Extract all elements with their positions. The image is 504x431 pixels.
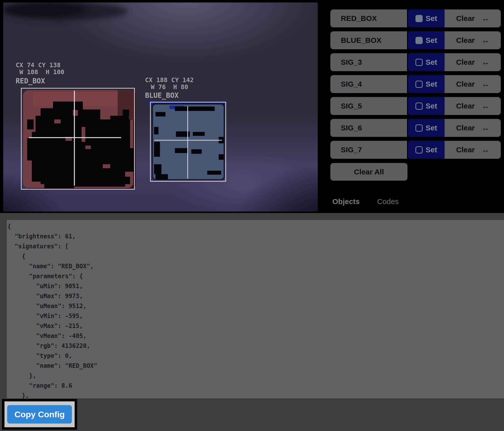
signature-name-button[interactable]: SIG_4	[330, 75, 407, 93]
copy-config-button[interactable]: Copy Config	[7, 405, 72, 424]
set-button[interactable]: Set	[408, 141, 445, 159]
checkbox-icon	[415, 146, 423, 154]
bottom-section: { "brightness": 61, "signatures": [ { "n…	[0, 213, 504, 431]
camera-view: CX 74 CY 138 W 108 H 100 RED_BOX CX 188 …	[3, 2, 318, 212]
swap-arrow-icon: ↔	[482, 58, 489, 66]
clear-button[interactable]: Clear↔	[445, 141, 501, 159]
red-box-stats-line1: CX 74 CY 138	[16, 62, 61, 68]
clear-label: Clear	[456, 146, 475, 154]
set-label: Set	[426, 80, 437, 88]
signature-row: SIG_6 Set Clear↔	[330, 119, 501, 137]
clear-label: Clear	[456, 102, 475, 110]
checkbox-icon	[415, 103, 423, 110]
tab-objects[interactable]: Objects	[331, 197, 361, 206]
checkbox-icon	[415, 59, 423, 66]
signature-row: SIG_7 Set Clear↔	[330, 141, 501, 159]
clear-button[interactable]: Clear↔	[445, 75, 501, 93]
swap-arrow-icon: ↔	[482, 80, 489, 88]
red-box-stats-line2: W 108 H 100	[16, 69, 64, 75]
checkbox-icon	[415, 124, 423, 132]
set-label: Set	[426, 146, 437, 154]
set-button[interactable]: Set	[408, 31, 445, 49]
clear-button[interactable]: Clear↔	[445, 31, 501, 49]
signature-row: SIG_3 Set Clear↔	[330, 53, 501, 71]
app-root: CX 74 CY 138 W 108 H 100 RED_BOX CX 188 …	[0, 0, 504, 431]
signature-row: RED_BOX Set Clear↔	[330, 9, 501, 27]
clear-label: Clear	[456, 80, 475, 88]
signature-name-button[interactable]: BLUE_BOX	[330, 31, 407, 49]
signature-row: SIG_5 Set Clear↔	[330, 97, 501, 115]
blue-box-stats-line1: CX 188 CY 142	[145, 77, 194, 83]
set-button[interactable]: Set	[408, 53, 445, 71]
clear-button[interactable]: Clear↔	[445, 97, 501, 115]
clear-label: Clear	[456, 58, 475, 66]
set-label: Set	[426, 36, 437, 45]
checkbox-icon	[415, 81, 423, 88]
blue-box-name-label: BLUE_BOX	[145, 92, 179, 99]
clear-label: Clear	[456, 14, 475, 23]
set-label: Set	[426, 58, 437, 66]
swap-arrow-icon: ↔	[482, 124, 489, 132]
copy-config-highlight: Copy Config	[2, 399, 77, 430]
clear-button[interactable]: Clear↔	[445, 53, 501, 71]
checkbox-icon	[415, 15, 423, 22]
signature-name-button[interactable]: SIG_7	[330, 141, 407, 159]
config-json-text: { "brightness": 61, "signatures": [ { "n…	[7, 220, 504, 398]
signature-panel: RED_BOX Set Clear↔ BLUE_BOX Set Clear↔ S…	[318, 0, 504, 213]
set-button[interactable]: Set	[408, 75, 445, 93]
clear-label: Clear	[456, 36, 475, 45]
signature-name-button[interactable]: SIG_3	[330, 53, 407, 71]
clear-label: Clear	[456, 124, 475, 132]
config-json-panel[interactable]: { "brightness": 61, "signatures": [ { "n…	[7, 220, 504, 398]
signature-name-button[interactable]: SIG_6	[330, 119, 407, 137]
clear-button[interactable]: Clear↔	[445, 119, 501, 137]
checkbox-icon	[415, 37, 423, 44]
set-button[interactable]: Set	[408, 9, 445, 27]
swap-arrow-icon: ↔	[482, 102, 489, 110]
swap-arrow-icon: ↔	[482, 146, 489, 154]
signature-name-button[interactable]: RED_BOX	[330, 9, 407, 27]
swap-arrow-icon: ↔	[482, 36, 489, 45]
signature-row: BLUE_BOX Set Clear↔	[330, 31, 501, 49]
signature-name-button[interactable]: SIG_5	[330, 97, 407, 115]
set-label: Set	[426, 102, 437, 110]
tab-codes[interactable]: Codes	[376, 197, 400, 206]
red-box-name-label: RED_BOX	[16, 78, 45, 84]
set-label: Set	[426, 14, 437, 23]
swap-arrow-icon: ↔	[482, 14, 489, 23]
set-label: Set	[426, 124, 437, 132]
signature-mask-overlay	[3, 2, 318, 212]
signature-row: SIG_4 Set Clear↔	[330, 75, 501, 93]
set-button[interactable]: Set	[408, 119, 445, 137]
clear-button[interactable]: Clear↔	[445, 9, 501, 27]
set-button[interactable]: Set	[408, 97, 445, 115]
clear-all-button[interactable]: Clear All	[330, 163, 407, 181]
blue-box-stats-line2: W 76 H 80	[147, 84, 188, 90]
